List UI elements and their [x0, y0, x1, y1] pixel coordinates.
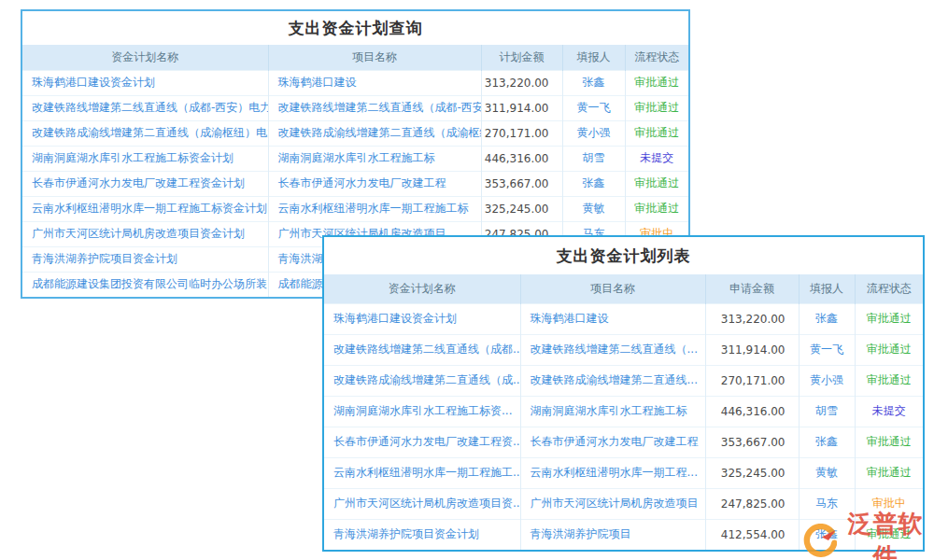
column-header-project-name: 项目名称: [268, 45, 481, 70]
query-window-titlebar: 支出资金计划查询: [22, 11, 688, 45]
status-badge: 审批通过: [625, 120, 688, 146]
reporter-link[interactable]: 张鑫: [799, 303, 855, 334]
reporter-link[interactable]: 张鑫: [562, 171, 625, 196]
reporter-link[interactable]: 张鑫: [799, 427, 855, 457]
project-name-link[interactable]: 云南水利枢纽潜明水库一期工程施工标: [268, 196, 481, 221]
status-badge: 审批通过: [625, 196, 688, 221]
reporter-link[interactable]: 张鑫: [562, 70, 625, 95]
project-name-link[interactable]: 湖南洞庭湖水库引水工程施工标: [268, 146, 481, 171]
project-name-link[interactable]: 改建铁路成渝线增建第二直通线...: [520, 365, 705, 396]
table-row[interactable]: 长春市伊通河水力发电厂改建工程资金计划长春市伊通河水力发电厂改建工程353,66…: [22, 171, 688, 196]
table-row[interactable]: 改建铁路线增建第二线直通线（成都...改建铁路线增建第二线直通线（...311,…: [324, 334, 923, 365]
table-row[interactable]: 云南水利枢纽潜明水库一期工程施工...云南水利枢纽潜明水库一期工程...325,…: [324, 457, 923, 488]
plan-name-link[interactable]: 广州市天河区统计局机房改造项目资...: [324, 488, 520, 519]
status-badge: 审批中: [855, 488, 923, 519]
amount-cell: 446,316.00: [481, 146, 562, 171]
amount-cell: 325,245.00: [481, 196, 562, 221]
table-row[interactable]: 改建铁路成渝线增建第二直通线（成渝枢纽）电力改建铁路成渝线增建第二直通线（成渝枢…: [22, 120, 688, 146]
column-header-project-name: 项目名称: [520, 274, 705, 303]
query-window-title: 支出资金计划查询: [289, 18, 423, 39]
project-name-link[interactable]: 改建铁路成渝线增建第二直通线（成渝枢纽）: [268, 120, 481, 146]
table-row[interactable]: 广州市天河区统计局机房改造项目资...广州市天河区统计局机房改造项目247,82…: [324, 488, 923, 519]
status-badge: 审批通过: [625, 70, 688, 95]
plan-name-link[interactable]: 珠海鹤港口建设资金计划: [324, 303, 520, 334]
project-name-link[interactable]: 青海洪湖养护院项目: [520, 519, 705, 550]
column-header-planned-amount: 计划金额: [481, 45, 562, 70]
project-name-link[interactable]: 云南水利枢纽潜明水库一期工程...: [520, 457, 705, 488]
amount-cell: 311,914.00: [481, 95, 562, 120]
amount-cell: 353,667.00: [705, 427, 799, 457]
plan-name-link[interactable]: 珠海鹤港口建设资金计划: [22, 70, 268, 95]
status-badge: 审批通过: [625, 95, 688, 120]
status-badge: 未提交: [625, 146, 688, 171]
plan-name-link[interactable]: 湖南洞庭湖水库引水工程施工标资...: [324, 396, 520, 427]
reporter-link[interactable]: 胡雪: [799, 396, 855, 427]
amount-cell: 313,220.00: [481, 70, 562, 95]
status-badge: 审批通过: [855, 365, 923, 396]
column-header-plan-name: 资金计划名称: [324, 274, 520, 303]
reporter-link[interactable]: 黄小强: [562, 120, 625, 146]
status-badge: 审批通过: [625, 171, 688, 196]
table-row[interactable]: 云南水利枢纽潜明水库一期工程施工标资金计划云南水利枢纽潜明水库一期工程施工标32…: [22, 196, 688, 221]
plan-name-link[interactable]: 云南水利枢纽潜明水库一期工程施工标资金计划: [22, 196, 268, 221]
plan-name-link[interactable]: 青海洪湖养护院项目资金计划: [22, 246, 268, 272]
plan-name-link[interactable]: 云南水利枢纽潜明水库一期工程施工...: [324, 457, 520, 488]
column-header-status: 流程状态: [855, 274, 923, 303]
plan-name-link[interactable]: 长春市伊通河水力发电厂改建工程资...: [324, 427, 520, 457]
plan-name-link[interactable]: 改建铁路线增建第二线直通线（成都-西安）电力: [22, 95, 268, 120]
status-badge: 审批通过: [855, 334, 923, 365]
status-badge: 审批通过: [855, 427, 923, 457]
project-name-link[interactable]: 长春市伊通河水力发电厂改建工程: [268, 171, 481, 196]
reporter-link[interactable]: 黄敏: [562, 196, 625, 221]
reporter-link[interactable]: 黄敏: [799, 457, 855, 488]
amount-cell: 353,667.00: [481, 171, 562, 196]
reporter-link[interactable]: 黄一飞: [562, 95, 625, 120]
status-badge: 审批通过: [855, 519, 923, 550]
column-header-status: 流程状态: [625, 45, 688, 70]
project-name-link[interactable]: 长春市伊通河水力发电厂改建工程: [520, 427, 705, 457]
table-row[interactable]: 长春市伊通河水力发电厂改建工程资...长春市伊通河水力发电厂改建工程353,66…: [324, 427, 923, 457]
query-table-header-row: 资金计划名称 项目名称 计划金额 填报人 流程状态: [22, 45, 688, 70]
project-name-link[interactable]: 湖南洞庭湖水库引水工程施工标: [520, 396, 705, 427]
plan-name-link[interactable]: 湖南洞庭湖水库引水工程施工标资金计划: [22, 146, 268, 171]
project-name-link[interactable]: 广州市天河区统计局机房改造项目: [520, 488, 705, 519]
plan-name-link[interactable]: 长春市伊通河水力发电厂改建工程资金计划: [22, 171, 268, 196]
table-row[interactable]: 珠海鹤港口建设资金计划珠海鹤港口建设313,220.00张鑫审批通过: [324, 303, 923, 334]
table-row[interactable]: 湖南洞庭湖水库引水工程施工标资...湖南洞庭湖水库引水工程施工标446,316.…: [324, 396, 923, 427]
plan-name-link[interactable]: 广州市天河区统计局机房改造项目资金计划: [22, 221, 268, 246]
table-row[interactable]: 湖南洞庭湖水库引水工程施工标资金计划湖南洞庭湖水库引水工程施工标446,316.…: [22, 146, 688, 171]
status-badge: 审批通过: [855, 457, 923, 488]
list-table-header-row: 资金计划名称 项目名称 申请金额 填报人 流程状态: [324, 274, 923, 303]
fund-plan-list-table: 资金计划名称 项目名称 申请金额 填报人 流程状态 珠海鹤港口建设资金计划珠海鹤…: [324, 274, 923, 550]
column-header-reporter: 填报人: [799, 274, 855, 303]
reporter-link[interactable]: 黄一飞: [799, 334, 855, 365]
amount-cell: 325,245.00: [705, 457, 799, 488]
amount-cell: 412,554.00: [705, 519, 799, 550]
status-badge: 未提交: [855, 396, 923, 427]
reporter-link[interactable]: 黄小强: [799, 365, 855, 396]
plan-name-link[interactable]: 改建铁路线增建第二线直通线（成都...: [324, 334, 520, 365]
project-name-link[interactable]: 改建铁路线增建第二线直通线（...: [520, 334, 705, 365]
amount-cell: 311,914.00: [705, 334, 799, 365]
table-row[interactable]: 珠海鹤港口建设资金计划珠海鹤港口建设313,220.00张鑫审批通过: [22, 70, 688, 95]
status-badge: 审批通过: [855, 303, 923, 334]
column-header-reporter: 填报人: [562, 45, 625, 70]
list-window-title: 支出资金计划列表: [557, 245, 691, 267]
amount-cell: 270,171.00: [705, 365, 799, 396]
plan-name-link[interactable]: 改建铁路成渝线增建第二直通线（成...: [324, 365, 520, 396]
fund-plan-list-window: 支出资金计划列表 资金计划名称 项目名称 申请金额 填报人 流程状态 珠海鹤港口…: [322, 235, 925, 552]
amount-cell: 446,316.00: [705, 396, 799, 427]
plan-name-link[interactable]: 成都能源建设集团投资有限公司临时办公场所装: [22, 272, 268, 297]
reporter-link[interactable]: 马东: [799, 488, 855, 519]
table-row[interactable]: 改建铁路成渝线增建第二直通线（成...改建铁路成渝线增建第二直通线...270,…: [324, 365, 923, 396]
project-name-link[interactable]: 珠海鹤港口建设: [520, 303, 705, 334]
list-window-titlebar: 支出资金计划列表: [324, 237, 923, 274]
table-row[interactable]: 改建铁路线增建第二线直通线（成都-西安）电力改建铁路线增建第二线直通线（成都-西…: [22, 95, 688, 120]
project-name-link[interactable]: 珠海鹤港口建设: [268, 70, 481, 95]
plan-name-link[interactable]: 青海洪湖养护院项目资金计划: [324, 519, 520, 550]
reporter-link[interactable]: 张鑫: [799, 519, 855, 550]
project-name-link[interactable]: 改建铁路线增建第二线直通线（成都-西安）: [268, 95, 481, 120]
table-row[interactable]: 青海洪湖养护院项目资金计划青海洪湖养护院项目412,554.00张鑫审批通过: [324, 519, 923, 550]
reporter-link[interactable]: 胡雪: [562, 146, 625, 171]
plan-name-link[interactable]: 改建铁路成渝线增建第二直通线（成渝枢纽）电力: [22, 120, 268, 146]
